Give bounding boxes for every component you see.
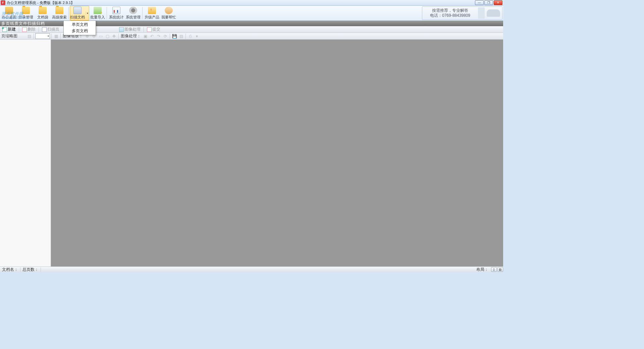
stats-button[interactable]: 系统统计 — [108, 6, 125, 20]
title-bar: F 办公文档管理系统 - 免费版【版本 2.9.1】 — [0, 0, 503, 6]
separator — [39, 27, 39, 32]
workspace — [0, 40, 503, 266]
delete-button[interactable]: 删除 — [20, 27, 37, 33]
submit-icon — [147, 27, 152, 32]
import-icon — [94, 7, 102, 14]
maximize-button[interactable]: ❐ — [484, 0, 493, 5]
menu-item-single-page[interactable]: 单页文档 — [64, 21, 96, 28]
window-title: 办公文档管理系统 - 免费版【版本 2.9.1】 — [7, 0, 74, 5]
status-layout-label: 布局： — [474, 267, 490, 272]
chart-icon — [112, 7, 120, 14]
status-pagecount: 总页数： — [20, 267, 41, 272]
menu-item-multi-page[interactable]: 多页文档 — [64, 28, 96, 34]
upgrade-icon — [148, 7, 156, 14]
home-button[interactable]: 办公桌面 — [1, 6, 17, 20]
scan-doc-button[interactable]: 扫描文档 ▾ — [70, 6, 89, 20]
section-title: 多页纸质文件扫描归档 — [1, 21, 45, 27]
print-arrow-icon[interactable]: ▾ — [194, 33, 200, 39]
image-icon — [119, 27, 124, 32]
folder-icon — [22, 7, 30, 14]
batch-import-button[interactable]: 批量导入 — [89, 6, 106, 20]
toolbar-separator — [142, 7, 143, 19]
search-icon — [55, 7, 63, 14]
fit-page-icon[interactable]: ▢ — [104, 33, 110, 39]
scan-page-button[interactable]: 扫描页 — [40, 27, 61, 33]
thumb-size-combo[interactable]: ▾ — [35, 33, 50, 39]
rotate-icon[interactable]: ⟳ — [162, 33, 168, 39]
status-docname: 文档名： — [0, 267, 20, 272]
status-bar: 文档名： 总页数： 布局： ▯ ▥ — [0, 266, 503, 272]
ad-decor-icon — [478, 7, 485, 19]
ad-banner[interactable]: 按需推荐，专业解答 电话：0769-88439809 — [422, 6, 502, 20]
docbag-button[interactable]: 文档袋 — [34, 6, 51, 20]
gear-icon — [129, 7, 137, 14]
chevron-down-icon: ▾ — [48, 35, 49, 38]
new-button[interactable]: 新建 — [1, 27, 17, 33]
separator — [144, 27, 144, 32]
help-button[interactable]: 我要帮忙 — [160, 6, 177, 20]
toolbar-separator — [107, 7, 107, 19]
print-icon[interactable]: ⎙ — [187, 33, 193, 39]
layout-dual-button[interactable]: ▥ — [497, 267, 503, 272]
scan-dropdown-menu: 单页文档 多页文档 — [63, 20, 96, 35]
scan-page-icon — [42, 27, 47, 32]
scanner-illustration-icon — [487, 9, 500, 17]
layout-single-button[interactable]: ▯ — [491, 267, 497, 272]
scanner-icon — [73, 7, 82, 14]
save-icon[interactable]: 💾 — [171, 33, 177, 39]
ad-text: 按需推荐，专业解答 电话：0769-88439809 — [424, 8, 476, 18]
toolbar-separator — [68, 7, 69, 19]
thumbnail-label: 页缩略图 — [1, 33, 18, 39]
imgproc-label: 图像处理： — [120, 33, 142, 39]
delete-icon — [22, 27, 27, 32]
advanced-search-button[interactable]: 高级搜索 — [51, 6, 68, 20]
home-icon — [5, 7, 13, 14]
sysmgr-button[interactable]: 系统管理 — [125, 6, 142, 20]
separator — [19, 27, 19, 32]
image-process-button[interactable]: 图像处理 — [117, 27, 142, 33]
window-controls: — ❐ ✕ — [475, 0, 502, 5]
app-icon: F — [1, 0, 5, 5]
new-doc-icon — [2, 27, 7, 32]
docbag-icon — [39, 7, 47, 14]
close-button[interactable]: ✕ — [494, 0, 502, 5]
catalog-button[interactable]: 目录管理 — [17, 6, 34, 20]
undo-icon[interactable]: ↶ — [149, 33, 155, 39]
thumbnail-pane[interactable] — [0, 40, 51, 266]
thumb-tool-icon[interactable]: ▤ — [26, 33, 32, 39]
fit-width-icon[interactable]: ▭ — [98, 33, 104, 39]
save-all-icon[interactable]: ▤ — [178, 33, 184, 39]
crop-icon[interactable]: ▣ — [142, 33, 148, 39]
help-icon — [165, 7, 173, 14]
redo-icon[interactable]: ↷ — [156, 33, 162, 39]
actual-size-icon[interactable]: ✥ — [111, 33, 117, 39]
submit-button[interactable]: 提交 — [145, 27, 162, 33]
chevron-down-icon[interactable]: ▾ — [86, 12, 89, 15]
canvas-area[interactable] — [51, 40, 503, 266]
page-tool-icon[interactable]: ▦ — [53, 33, 59, 39]
minimize-button[interactable]: — — [475, 0, 484, 5]
upgrade-button[interactable]: 升级产品 — [144, 6, 160, 20]
